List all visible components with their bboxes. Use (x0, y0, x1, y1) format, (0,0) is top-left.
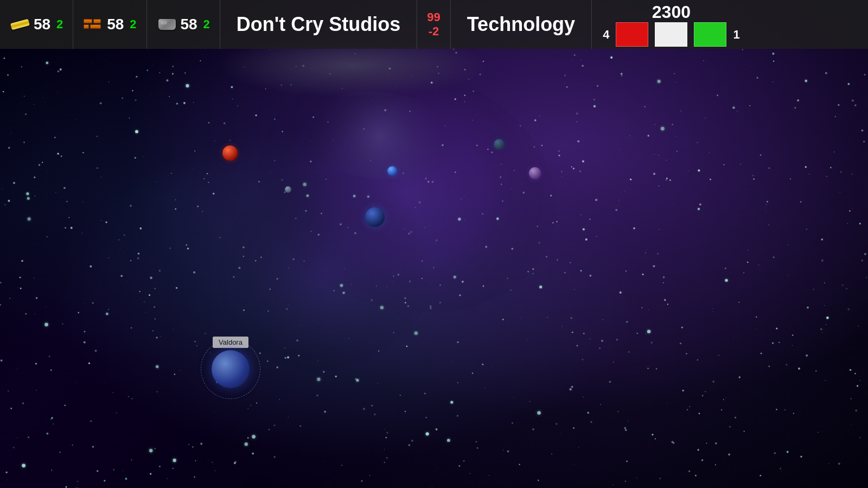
num-right: 1 (733, 28, 739, 42)
planet-red[interactable] (222, 145, 238, 161)
right-hud-area: 2300 4 1 (592, 0, 751, 49)
brick-icon (83, 14, 104, 35)
planet-blue-mid[interactable] (365, 207, 385, 227)
score-positive: 99 (427, 10, 440, 24)
studio-title: Don't Cry Studios (220, 0, 418, 49)
hud-bar: 58 2 58 2 58 2 Don't Cry (0, 0, 868, 49)
planet-tiny[interactable] (285, 186, 291, 193)
stone-icon (157, 14, 177, 35)
gold-count: 58 (34, 16, 53, 33)
brick-count: 58 (107, 16, 126, 33)
planet-blue-small[interactable] (387, 166, 397, 176)
technology-label: Technology (451, 0, 592, 49)
stone-plus: 2 (203, 17, 210, 31)
right-bottom-area: 4 1 (603, 22, 740, 47)
score-negative: -2 (429, 24, 439, 39)
valdora-container[interactable]: Valdora (212, 337, 250, 388)
score-big: 2300 (652, 2, 691, 22)
valdora-orbit (201, 339, 260, 399)
brick-plus: 2 (130, 17, 136, 31)
planet-dark-blue[interactable] (494, 139, 505, 150)
color-box-green[interactable] (694, 22, 726, 47)
color-box-red[interactable] (616, 22, 648, 47)
gold-plus: 2 (56, 17, 63, 31)
planet-purple[interactable] (529, 167, 541, 179)
gold-bar-icon (10, 14, 30, 35)
resource-stone-group: 58 2 (147, 0, 220, 49)
stone-count: 58 (181, 16, 200, 33)
resource-gold-group: 58 2 (0, 0, 73, 49)
resource-brick-group: 58 2 (73, 0, 146, 49)
num-left: 4 (603, 28, 609, 42)
color-box-white[interactable] (655, 22, 687, 47)
score-area: 99 -2 (417, 0, 450, 49)
